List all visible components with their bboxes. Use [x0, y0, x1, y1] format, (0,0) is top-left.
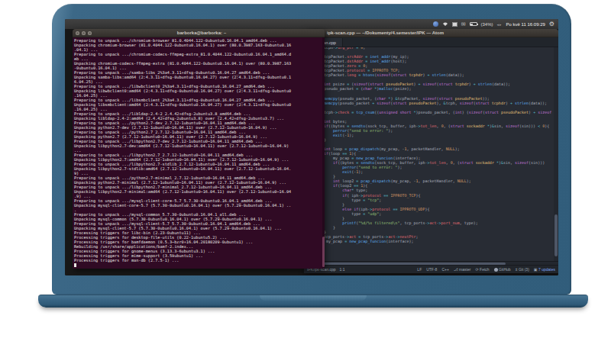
code-lines: 530 tcph->urg_ptr = 0;531 532 tcpPacket.…: [304, 47, 554, 257]
code-editor[interactable]: 530 tcph->urg_ptr = 0;531 532 tcpPacket.…: [304, 47, 558, 261]
indicator-chevrons-icon[interactable]: ◂▸: [497, 22, 503, 27]
vertical-scrollbar-thumb[interactable]: [554, 214, 558, 256]
updater-icon[interactable]: [433, 21, 438, 27]
laptop-base: [38, 295, 588, 308]
terminal-body[interactable]: Preparing to unpack .../chromium-browser…: [73, 37, 325, 269]
fetch-icon: ⟳: [475, 267, 478, 272]
terminal-cursor: [74, 263, 76, 267]
status-updates[interactable]: ▣ 7 updates: [534, 267, 555, 272]
terminal-line: Unpacking libpython2.7-stdlib:amd64 (2.7…: [74, 166, 324, 171]
code-line: 575: [304, 253, 554, 257]
branch-icon: ⎇: [454, 267, 458, 272]
maximize-icon[interactable]: [88, 31, 92, 35]
battery-icon[interactable]: [470, 22, 477, 26]
status-git-branch[interactable]: ⎇ master: [454, 267, 471, 272]
git-diff-icon: ±: [516, 267, 518, 272]
code-text: my_pcap = new_pcap_funcion(interface);: [315, 239, 413, 243]
terminal-line: Unpacking mysql-client-core-5.7 (5.7.30-…: [74, 203, 324, 208]
terminal-output: Preparing to unpack .../chromium-browser…: [74, 38, 324, 267]
horizontal-scrollbar-thumb[interactable]: [307, 263, 506, 265]
close-icon[interactable]: [76, 31, 79, 35]
code-text: printf("%d/%s filtered\n", tcp_ports->ac…: [315, 221, 478, 225]
code-text: memcpy(pseudo_packet + sizeof(struct pse…: [315, 101, 547, 105]
terminal-line: Unpacking samba-libs:amd64 (2:4.3.11+dfs…: [74, 75, 324, 79]
status-encoding[interactable]: UTF-8: [426, 267, 437, 272]
status-git-changes[interactable]: ± Git (3): [516, 267, 529, 272]
code-line: 544 tcph->check = tcp_csum((unsigned sho…: [304, 110, 554, 114]
desktop: ipk-scan.cpp — ~/Dokumenty/4.semester/IP…: [65, 29, 558, 275]
status-github[interactable]: GitHub: [494, 267, 511, 272]
wifi-icon[interactable]: [442, 21, 448, 27]
atom-window-title: ipk-scan.cpp — ~/Dokumenty/4.semester/IP…: [325, 31, 555, 35]
terminal-window: barborka@barborka: ~ Preparing to unpack…: [73, 29, 325, 269]
atom-statusbar: IPK/ipk-scan.cpp 1:1 LF UTF-8 C++ ⎇ mast…: [304, 265, 558, 273]
top-panel: ✉ (34%) ◂▸ Po kvě 11 16:09:29 ⚙: [65, 19, 558, 29]
code-text: pseudo_packet = (char *)malloc(psize);: [315, 86, 411, 91]
terminal-line: Preparing to unpack .../chromium-codecs-…: [74, 52, 324, 56]
session-gear-icon[interactable]: ⚙: [549, 21, 554, 27]
laptop-notch: [260, 295, 367, 301]
code-text: tcph->check = tcp_csum((unsigned short *…: [315, 110, 551, 114]
code-line: 542 memcpy(pseudo_packet + sizeof(struct…: [304, 101, 554, 105]
status-fetch[interactable]: ⟳ Fetch: [475, 267, 489, 272]
terminal-line: Unpacking libsmbclient:amd64 (2:4.3.11+d…: [74, 102, 324, 107]
status-line-ending[interactable]: LF: [417, 267, 422, 272]
status-cursor-position[interactable]: 1:1: [340, 267, 345, 272]
clock[interactable]: Po kvě 11 16:09:29: [506, 22, 545, 27]
terminal-titlebar[interactable]: barborka@barborka: ~: [73, 29, 325, 37]
screen: ✉ (34%) ◂▸ Po kvě 11 16:09:29 ⚙ ipk-scan…: [65, 19, 558, 275]
updates-icon: ▣: [534, 267, 538, 272]
minimize-icon[interactable]: [82, 31, 86, 35]
terminal-scrollbar-thumb[interactable]: [322, 237, 325, 267]
status-language[interactable]: C++: [441, 267, 448, 272]
display-icon[interactable]: [452, 22, 457, 27]
atom-window: ipk-scan.cpp — ~/Dokumenty/4.semester/IP…: [304, 29, 558, 273]
laptop-lid: ✉ (34%) ◂▸ Po kvě 11 16:09:29 ⚙ ipk-scan…: [52, 4, 571, 295]
terminal-line: Unpacking libwbclient0:amd64 (2:4.3.11+d…: [74, 89, 324, 93]
terminal-scrollbar[interactable]: [322, 37, 325, 269]
terminal-line: Unpacking libpython2.7-minimal:amd64 (2.…: [74, 189, 324, 194]
mail-icon[interactable]: ✉: [461, 21, 466, 27]
terminal-cursor-line: [74, 263, 324, 267]
laptop: ✉ (34%) ◂▸ Po kvě 11 16:09:29 ⚙ ipk-scan…: [0, 0, 611, 364]
atom-titlebar[interactable]: ipk-scan.cpp — ~/Dokumenty/4.semester/IP…: [304, 29, 558, 37]
terminal-line: Unpacking libpython2.7-dev:amd64 (2.7.12…: [74, 143, 324, 148]
code-text: tcpPacket.leng = htons(sizeof(struct tcp…: [315, 72, 464, 77]
horizontal-scrollbar[interactable]: [304, 261, 558, 265]
vertical-scrollbar[interactable]: [554, 47, 558, 261]
github-icon: [494, 268, 498, 272]
battery-percent: (34%): [481, 22, 493, 27]
atom-tabbar: C ipk-scan.cpp: [304, 37, 558, 47]
terminal-line: Unpacking chromium-browser (81.0.4044.12…: [74, 43, 324, 47]
terminal-title: barborka@barborka: ~: [94, 31, 309, 35]
